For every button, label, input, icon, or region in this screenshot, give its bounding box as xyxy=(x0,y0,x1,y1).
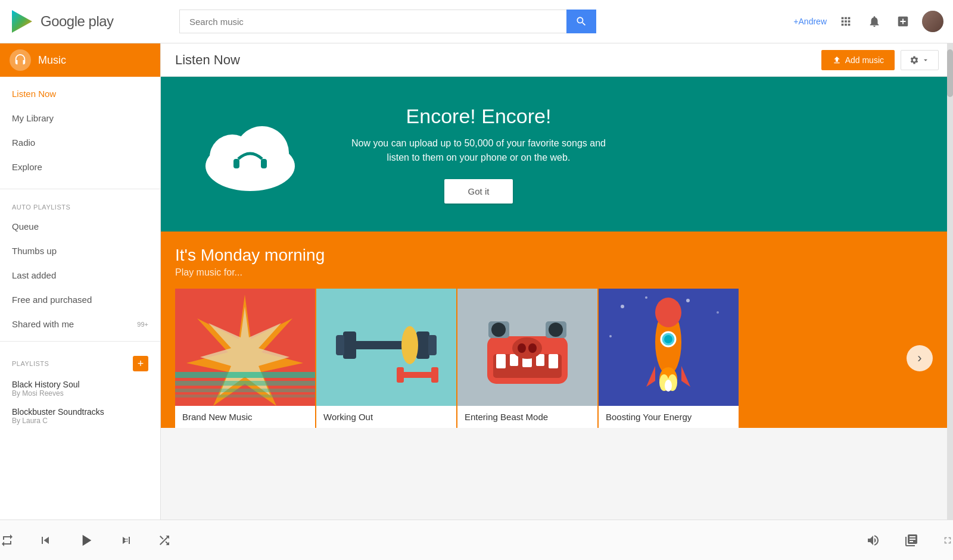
sidebar-item-queue[interactable]: Queue xyxy=(0,214,160,239)
sidebar-item-radio[interactable]: Radio xyxy=(0,130,160,155)
auto-playlists-label: AUTO PLAYLISTS xyxy=(0,194,160,214)
sidebar-music-label: Music xyxy=(38,54,66,67)
svg-point-37 xyxy=(549,323,563,337)
svg-rect-17 xyxy=(336,335,344,355)
logo-text: Google play xyxy=(41,13,114,30)
svg-point-36 xyxy=(491,323,506,337)
sidebar-item-listen-now[interactable]: Listen Now xyxy=(0,82,160,106)
scrollbar[interactable] xyxy=(947,43,953,520)
sidebar-item-thumbs-up[interactable]: Thumbs up xyxy=(0,239,160,263)
avatar[interactable] xyxy=(922,11,943,32)
nav-divider-2 xyxy=(0,341,160,342)
svg-point-40 xyxy=(645,296,647,299)
content-area: Listen Now Add music xyxy=(161,43,953,520)
user-name[interactable]: +Andrew xyxy=(793,17,827,26)
svg-point-3 xyxy=(235,126,289,180)
page-title: Listen Now xyxy=(175,52,240,68)
sidebar-item-explore[interactable]: Explore xyxy=(0,155,160,179)
page-header: Listen Now Add music xyxy=(161,43,953,77)
settings-button[interactable] xyxy=(901,50,939,70)
add-playlist-button[interactable]: + xyxy=(133,356,148,371)
svg-point-31 xyxy=(512,337,542,359)
card-working-out[interactable]: Working Out xyxy=(316,289,456,428)
sidebar: Music Listen Now My Library Radio Explor… xyxy=(0,43,161,520)
play-button[interactable] xyxy=(76,531,95,550)
card-label-1: Brand New Music xyxy=(175,406,315,428)
got-it-button[interactable]: Got it xyxy=(444,179,513,204)
bottom-player xyxy=(0,520,953,560)
svg-rect-18 xyxy=(428,335,437,355)
sidebar-item-my-library[interactable]: My Library xyxy=(0,106,160,130)
banner-title: Encore! Encore! xyxy=(351,105,606,128)
notifications-icon[interactable] xyxy=(865,12,884,31)
google-play-logo xyxy=(10,9,35,34)
orange-section: It's Monday morning Play music for... xyxy=(161,231,953,428)
card-label-3: Entering Beast Mode xyxy=(457,406,597,428)
card-art-beast-mode xyxy=(457,289,597,406)
svg-point-53 xyxy=(665,380,672,392)
sidebar-item-shared-with-me[interactable]: Shared with me 99+ xyxy=(0,312,160,336)
sidebar-item-free-purchased[interactable]: Free and purchased xyxy=(0,287,160,312)
svg-point-43 xyxy=(609,335,612,337)
apps-icon[interactable] xyxy=(836,12,855,31)
search-icon xyxy=(575,15,587,27)
playlist-item-1[interactable]: Black History Soul By Mosi Reeves xyxy=(0,375,160,402)
card-label-2: Working Out xyxy=(316,406,456,428)
upload-icon xyxy=(832,55,842,65)
add-music-button[interactable]: Add music xyxy=(821,50,895,70)
nav-items: Listen Now My Library Radio Explore xyxy=(0,77,160,184)
svg-rect-12 xyxy=(175,395,315,398)
sidebar-music-header: Music xyxy=(0,43,160,77)
card-label-4: Boosting Your Energy xyxy=(599,406,739,428)
expand-button[interactable] xyxy=(942,535,953,546)
queue-button[interactable] xyxy=(904,533,918,548)
next-arrow[interactable]: › xyxy=(907,345,933,371)
banner-subtitle: Now you can upload up to 50,000 of your … xyxy=(351,136,606,165)
next-button[interactable] xyxy=(119,533,133,548)
svg-point-47 xyxy=(664,335,672,343)
playlist-item-2[interactable]: Blockbuster Soundtracks By Laura C xyxy=(0,402,160,430)
svg-rect-10 xyxy=(175,381,315,386)
cloud-icon-wrap xyxy=(197,112,304,196)
card-art-working-out xyxy=(316,289,456,406)
svg-rect-15 xyxy=(343,331,356,359)
volume-button[interactable] xyxy=(866,533,880,548)
svg-marker-0 xyxy=(12,10,32,33)
svg-point-32 xyxy=(518,343,526,353)
search-area xyxy=(179,10,596,33)
svg-point-41 xyxy=(686,299,690,302)
search-button[interactable] xyxy=(566,10,596,33)
top-bar: Google play +Andrew xyxy=(0,0,953,43)
nav-divider-1 xyxy=(0,189,160,189)
sidebar-item-last-added[interactable]: Last added xyxy=(0,263,160,287)
svg-rect-16 xyxy=(416,331,429,359)
logo-area: Google play xyxy=(10,9,179,34)
gear-icon xyxy=(910,55,919,65)
card-art-brand-new xyxy=(175,289,315,406)
cloud-music-icon xyxy=(197,112,304,196)
repeat-button[interactable] xyxy=(0,533,14,548)
section-title: It's Monday morning xyxy=(175,246,939,265)
svg-rect-4 xyxy=(233,159,239,168)
teal-banner: Encore! Encore! Now you can upload up to… xyxy=(161,77,953,231)
scrollbar-thumb[interactable] xyxy=(947,49,953,97)
svg-rect-5 xyxy=(261,159,267,168)
svg-point-42 xyxy=(717,311,719,314)
playlists-header: PLAYLISTS + xyxy=(0,346,160,375)
playlists-label: PLAYLISTS xyxy=(12,360,49,367)
search-input[interactable] xyxy=(179,10,566,33)
card-brand-new[interactable]: Brand New Music xyxy=(175,289,315,428)
svg-point-33 xyxy=(528,343,537,353)
main-layout: Music Listen Now My Library Radio Explor… xyxy=(0,43,953,520)
svg-rect-22 xyxy=(431,367,438,383)
prev-button[interactable] xyxy=(38,533,52,548)
svg-point-19 xyxy=(401,326,418,364)
card-beast-mode[interactable]: Entering Beast Mode xyxy=(457,289,597,428)
add-icon[interactable] xyxy=(893,12,912,31)
shuffle-button[interactable] xyxy=(157,533,172,548)
svg-rect-11 xyxy=(175,389,315,392)
headphone-icon xyxy=(14,54,27,67)
headphone-icon-wrap xyxy=(10,49,31,71)
svg-rect-9 xyxy=(175,372,315,378)
card-boosting[interactable]: Boosting Your Energy xyxy=(599,289,739,428)
